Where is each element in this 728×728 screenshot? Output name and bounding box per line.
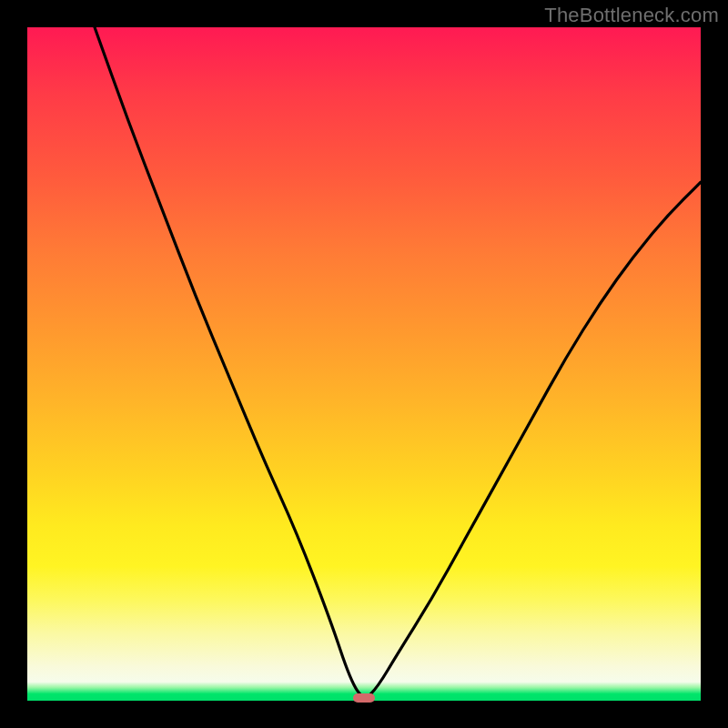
curve-svg bbox=[27, 27, 701, 701]
plot-area bbox=[27, 27, 701, 701]
chart-frame: TheBottleneck.com bbox=[0, 0, 728, 728]
watermark-text: TheBottleneck.com bbox=[544, 4, 719, 27]
bottleneck-curve bbox=[95, 27, 701, 697]
minimum-marker bbox=[353, 693, 375, 703]
